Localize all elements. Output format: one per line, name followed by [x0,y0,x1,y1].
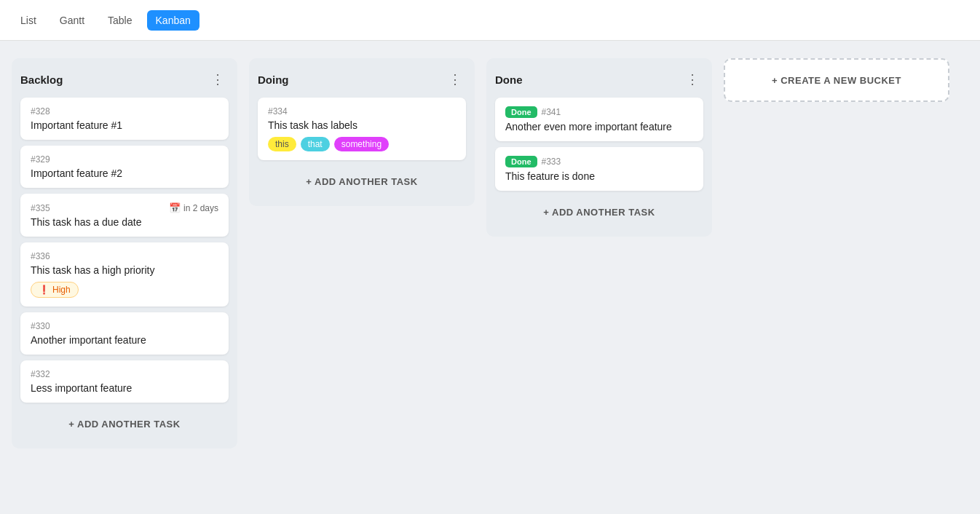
task-card-task-333[interactable]: Done#333This feature is done [495,147,703,191]
task-id-task-332: #332 [31,369,50,379]
task-title-task-329: Important feature #2 [31,167,218,179]
task-id-task-336: #336 [31,251,50,261]
task-id-task-329: #329 [31,154,50,165]
task-card-task-329[interactable]: #329Important feature #2 [20,146,229,188]
add-task-btn-done[interactable]: + ADD ANOTHER TASK [495,197,703,228]
nav-tab-list[interactable]: List [12,10,45,31]
column-title-doing: Doing [258,74,289,86]
task-card-task-335[interactable]: #335📅in 2 daysThis task has a due date [20,194,229,237]
task-title-task-328: Important feature #1 [31,119,218,131]
task-id-task-335: #335 [31,203,50,213]
task-title-task-335: This task has a due date [31,216,218,228]
task-title-task-330: Another important feature [31,334,218,346]
task-id-task-328: #328 [31,106,50,116]
label-this: this [268,137,296,151]
column-header-done: Done⋮ [495,70,703,89]
column-done: Done⋮Done#341Another even more important… [486,58,712,237]
column-menu-icon-doing[interactable]: ⋮ [444,70,466,89]
task-labels-task-334: thisthatsomething [268,137,456,151]
task-card-task-341[interactable]: Done#341Another even more important feat… [495,98,703,141]
task-number-task-336: #336 [31,251,218,261]
add-task-btn-backlog[interactable]: + ADD ANOTHER TASK [20,408,229,440]
task-number-task-341: Done#341 [505,106,693,118]
priority-icon: ❗ [39,285,50,295]
task-number-text-task-334: #334 [268,106,288,116]
create-bucket-button[interactable]: + CREATE A NEW BUCKET [724,58,949,102]
column-title-backlog: Backlog [20,74,63,86]
task-title-task-336: This task has a high priority [31,264,218,276]
add-task-btn-doing[interactable]: + ADD ANOTHER TASK [258,166,466,197]
task-id-task-333: Done#333 [505,156,561,167]
task-number-task-335: #335📅in 2 days [31,202,218,213]
column-doing: Doing⋮#334This task has labelsthisthatso… [249,58,475,206]
task-title-task-332: Less important feature [31,382,218,394]
task-title-task-334: This task has labels [268,119,456,131]
task-id-task-334: #334 [268,106,288,116]
nav-tab-gantt[interactable]: Gantt [51,10,93,31]
calendar-icon: 📅 [169,202,181,213]
done-badge-task-341: Done [505,106,537,118]
task-number-task-332: #332 [31,369,218,379]
task-number-task-330: #330 [31,321,218,331]
column-menu-icon-backlog[interactable]: ⋮ [207,70,229,89]
task-number-text-task-329: #329 [31,154,50,165]
task-number-task-328: #328 [31,106,218,116]
task-card-task-328[interactable]: #328Important feature #1 [20,98,229,140]
label-something: something [334,137,389,151]
task-id-task-330: #330 [31,321,50,331]
label-that: that [301,137,330,151]
task-card-task-336[interactable]: #336This task has a high priority❗High [20,242,229,307]
column-title-done: Done [495,74,523,86]
task-number-task-333: Done#333 [505,156,693,167]
task-id-task-341: Done#341 [505,106,561,118]
task-number-text-task-335: #335 [31,203,50,213]
task-title-task-333: This feature is done [505,170,693,182]
task-title-task-341: Another even more important feature [505,121,693,133]
kanban-board: Backlog⋮#328Important feature #1#329Impo… [0,41,980,466]
task-number-text-task-336: #336 [31,251,50,261]
task-card-task-330[interactable]: #330Another important feature [20,312,229,355]
task-number-text-task-333: #333 [542,157,561,167]
done-badge-task-333: Done [505,156,537,167]
task-number-text-task-341: #341 [542,107,561,117]
priority-label: High [52,285,71,295]
task-card-task-332[interactable]: #332Less important feature [20,360,229,403]
task-card-task-334[interactable]: #334This task has labelsthisthatsomethin… [258,98,466,160]
task-number-text-task-330: #330 [31,321,50,331]
priority-badge-task-336: ❗High [31,282,79,298]
task-number-task-334: #334 [268,106,456,116]
nav-tab-table[interactable]: Table [99,10,141,31]
top-navigation: ListGanttTableKanban [0,0,980,41]
column-backlog: Backlog⋮#328Important feature #1#329Impo… [12,58,237,448]
task-number-task-329: #329 [31,154,218,165]
column-header-backlog: Backlog⋮ [20,70,229,89]
task-number-text-task-332: #332 [31,369,50,379]
task-number-text-task-328: #328 [31,106,50,116]
column-menu-icon-done[interactable]: ⋮ [681,70,703,89]
column-header-doing: Doing⋮ [258,70,466,89]
task-due-task-335: 📅in 2 days [169,202,218,213]
nav-tab-kanban[interactable]: Kanban [147,10,199,31]
